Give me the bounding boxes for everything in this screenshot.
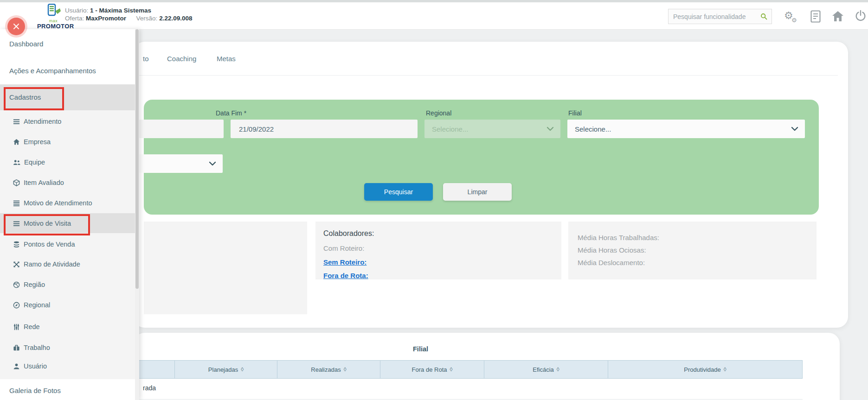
user-icon (13, 363, 20, 370)
filial-select[interactable]: Selecione... (567, 120, 805, 138)
promotor-select-partial[interactable] (139, 154, 223, 173)
user-info: Usuário: 1 - Máxima Sistemas Oferta: Max… (65, 6, 192, 22)
annotation-box-motivo-visita (4, 214, 90, 235)
sidebar-item-empresa[interactable]: Empresa (13, 137, 51, 146)
table-header-realizadas[interactable]: Realizadas◊ (277, 360, 380, 379)
tab-coaching[interactable]: Coaching (167, 55, 196, 63)
home-icon[interactable] (832, 11, 844, 22)
sidebar-scrollbar-thumb[interactable] (135, 29, 139, 289)
table-row[interactable]: rada (134, 379, 803, 400)
sidebar-item-galeria-fotos[interactable]: Galeria de Fotos (9, 387, 61, 394)
user-label: Usuário: (65, 7, 88, 14)
offer-label: Oferta: (65, 15, 84, 22)
power-icon[interactable] (855, 10, 866, 22)
sort-icon[interactable]: ◊ (450, 366, 452, 373)
table-row-name-fragment: rada (143, 384, 156, 392)
media-deslocamento-label: Média Deslocamento: (578, 259, 645, 267)
sort-icon[interactable]: ◊ (241, 366, 244, 373)
stat-card-left (144, 222, 307, 314)
sidebar-item-atendimento[interactable]: Atendimento (13, 117, 61, 126)
briefcase-icon (13, 344, 20, 351)
table-header-produtividade[interactable]: Produtividade◊ (608, 360, 803, 379)
list-bars-icon (13, 118, 20, 125)
sidebar-item-regional[interactable]: Regional (13, 300, 50, 310)
user-value: 1 - Máxima Sistemas (90, 7, 151, 14)
sidebar-item-equipe[interactable]: Equipe (13, 158, 45, 167)
close-icon (13, 23, 20, 30)
chevron-down-icon (209, 161, 216, 166)
sidebar-item-dashboard[interactable]: Dashboard (9, 40, 43, 48)
averages-card: Média Horas Trabalhadas: Média Horas Oci… (568, 222, 817, 279)
compass-icon (13, 302, 20, 309)
tab-metas[interactable]: Metas (217, 55, 236, 63)
sidebar-item-acoes-acompanhamentos[interactable]: Ações e Acompanhamentos (9, 67, 96, 75)
list-bars-icon (13, 200, 20, 207)
cube-icon (13, 179, 20, 186)
sem-roteiro-link[interactable]: Sem Roteiro: (323, 258, 366, 266)
table-header-fora-de-rota[interactable]: Fora de Rota◊ (380, 360, 484, 379)
fora-de-rota-link[interactable]: Fora de Rota: (323, 272, 368, 279)
logo-text-promotor: PROMOTOR (37, 23, 70, 29)
sidebar-item-item-avaliado[interactable]: Item Avaliado (13, 178, 64, 187)
users-icon (13, 159, 20, 166)
sidebar-item-pontos-de-venda[interactable]: Pontos de Venda (13, 240, 75, 249)
tab-acompanhamento-partial[interactable]: to (143, 55, 149, 63)
header-bar: max PROMOTOR Usuário: 1 - Máxima Sistema… (0, 2, 868, 30)
sidebar-item-regiao[interactable]: Região (13, 280, 45, 289)
com-roteiro-label: Com Roteiro: (323, 244, 364, 252)
sidebar-item-trabalho[interactable]: Trabalho (13, 343, 50, 352)
globe-icon (13, 281, 20, 288)
limpar-button[interactable]: Limpar (443, 183, 512, 201)
sidebar-scrollbar[interactable] (135, 29, 139, 400)
collaborators-title: Colaboradores: (323, 229, 374, 238)
sidebar-item-motivo-atendimento[interactable]: Motivo de Atendimento (13, 198, 92, 208)
media-horas-ociosas-label: Média Horas Ociosas: (578, 246, 646, 254)
data-fim-label: Data Fim * (216, 109, 246, 117)
home-icon (13, 139, 20, 146)
document-log-icon[interactable] (810, 10, 821, 23)
data-fim-input[interactable]: 21/09/2022 (231, 120, 418, 138)
media-horas-trabalhadas-label: Média Horas Trabalhadas: (578, 234, 659, 241)
search-icon[interactable] (760, 13, 768, 20)
table-header-planejadas[interactable]: Planejadas◊ (174, 360, 277, 379)
sort-icon[interactable]: ◊ (557, 366, 559, 373)
table-title: Filial (413, 345, 428, 353)
sidebar-item-usuario[interactable]: Usuário (13, 362, 47, 371)
data-inicio-input[interactable] (139, 120, 224, 138)
chevron-down-icon (547, 127, 554, 131)
version-value: 2.22.09.008 (159, 15, 192, 22)
regional-select[interactable]: Selecione... (424, 120, 560, 138)
version-label: Versão: (136, 15, 158, 22)
sidebar-item-rede[interactable]: Rede (13, 322, 40, 331)
sort-icon[interactable]: ◊ (724, 366, 727, 373)
expand-arrows-icon (13, 261, 20, 268)
search-functionality-box[interactable] (668, 9, 772, 24)
chevron-down-icon (791, 127, 798, 131)
offer-value: MaxPromotor (86, 15, 126, 22)
table-header-eficacia[interactable]: Eficácia◊ (484, 360, 608, 379)
close-menu-button[interactable] (7, 18, 25, 35)
sidebar-item-ramo-atividade[interactable]: Ramo de Atividade (13, 260, 80, 269)
pesquisar-button[interactable]: Pesquisar (364, 183, 433, 201)
filial-label: Filial (568, 109, 582, 117)
tabs-divider (139, 75, 838, 76)
sliders-icon (13, 324, 20, 330)
sort-icon[interactable]: ◊ (344, 366, 347, 373)
max-promotor-logo-icon (45, 4, 61, 17)
database-icon (13, 241, 20, 248)
settings-gears-icon[interactable]: ⚙⚙ (784, 9, 793, 23)
collaborators-card: Colaboradores: Com Roteiro: Sem Roteiro:… (315, 222, 561, 279)
annotation-box-cadastros (4, 87, 64, 110)
sidebar-menu: Dashboard Ações e Acompanhamentos Cadast… (0, 29, 139, 400)
search-input[interactable] (669, 13, 760, 20)
table-header-filial-name[interactable] (134, 360, 175, 379)
regional-label: Regional (426, 109, 451, 117)
